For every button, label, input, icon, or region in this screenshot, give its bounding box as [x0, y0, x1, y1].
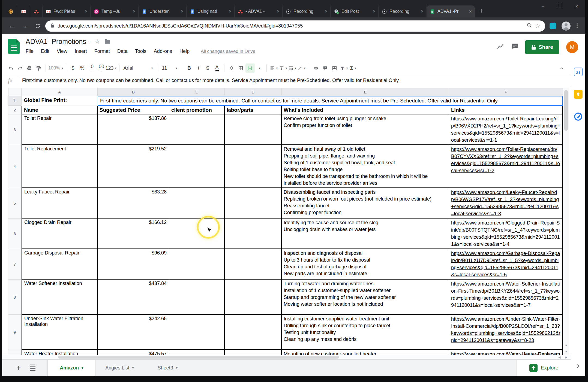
calendar-icon[interactable]: 31	[574, 68, 583, 76]
maximize-button[interactable]	[551, 4, 568, 9]
redo-button[interactable]	[15, 63, 25, 73]
whats-included-cell[interactable]: Installing customer-supplied water treat…	[282, 315, 449, 350]
close-button[interactable]: ×	[568, 4, 585, 9]
profile-avatar[interactable]	[562, 22, 571, 31]
horizontal-scrollbar[interactable]: ◀▶	[2, 355, 571, 359]
pinned-tab-honey-icon[interactable]	[4, 5, 17, 17]
tab-close-icon[interactable]: ×	[181, 9, 184, 14]
amazon-link-cell[interactable]: https://www.amazon.com/Toilet-Replacemen…	[449, 145, 563, 188]
fill-color-button[interactable]	[227, 63, 236, 73]
format-currency-button[interactable]: $	[68, 63, 78, 73]
amazon-link-cell[interactable]: https://www.amazon.com/Under-Sink-Water-…	[449, 315, 563, 350]
row-header-7[interactable]: 7	[8, 249, 22, 280]
client-promotion-cell[interactable]	[169, 280, 225, 315]
suggested-price-cell[interactable]: $437.84	[98, 280, 169, 315]
text-wrap-button[interactable]: ▾	[288, 63, 297, 73]
pinned-tab-gmail-icon[interactable]	[17, 5, 30, 17]
labor-parts-cell[interactable]	[225, 145, 282, 188]
sheet-tab-angies-list[interactable]: Angies List▾	[95, 360, 143, 376]
horizontal-align-button[interactable]: ▾	[269, 63, 278, 73]
whats-included-cell[interactable]: Mounting of new customer-supplied heater…	[282, 350, 449, 355]
sheet-tab-amazon[interactable]: Amazon▾	[47, 360, 95, 376]
browser-tab-9[interactable]: ADVA1 -Pr×	[427, 5, 475, 17]
browser-menu-icon[interactable]	[573, 23, 581, 28]
suggested-price-cell[interactable]: $63.28	[98, 188, 169, 219]
amazon-link-cell[interactable]: https://www.amazon.com/Toilet-Repair-Lea…	[449, 114, 563, 145]
browser-tab-8[interactable]: Recording×	[379, 5, 427, 17]
column-header-c[interactable]: C	[169, 88, 225, 96]
tab-close-icon[interactable]: ×	[277, 9, 280, 14]
menu-addons[interactable]: Add-ons	[154, 48, 172, 54]
minimize-button[interactable]: –	[535, 4, 551, 9]
scroll-right-icon[interactable]: ▶	[565, 356, 567, 359]
borders-button[interactable]	[236, 63, 245, 73]
format-percent-button[interactable]: %	[78, 63, 87, 73]
tab-close-icon[interactable]: ×	[373, 9, 376, 14]
save-status[interactable]: All changes saved in Drive	[201, 49, 255, 54]
insert-link-button[interactable]	[311, 63, 321, 73]
vertical-scrollbar-thumb[interactable]	[564, 90, 568, 131]
sheet-tab-menu-icon[interactable]: ▾	[176, 366, 178, 370]
scroll-up-icon[interactable]: ▲	[565, 343, 568, 347]
menu-edit[interactable]: Edit	[41, 48, 49, 54]
menu-file[interactable]: File	[26, 48, 34, 54]
insert-chart-button[interactable]	[330, 63, 339, 73]
browser-tab-5[interactable]: • ADVA1 -×	[235, 5, 283, 17]
labor-parts-cell[interactable]	[225, 114, 282, 145]
labor-parts-cell[interactable]	[225, 350, 282, 355]
whats-included-cell[interactable]: Remove clog from toilet using plunger or…	[282, 114, 449, 145]
filter-button[interactable]: ▾	[339, 63, 349, 73]
row-header-3[interactable]: 3	[8, 114, 22, 145]
column-header-f[interactable]: F	[449, 88, 563, 96]
suggested-price-cell[interactable]: $137.86	[98, 114, 169, 145]
zoom-select[interactable]: 100%▾	[48, 63, 63, 73]
font-select[interactable]: Arial▾	[122, 65, 155, 71]
sheet-tab-menu-icon[interactable]: ▾	[82, 366, 83, 370]
tab-close-icon[interactable]: ×	[421, 9, 424, 14]
star-document-icon[interactable]: ☆	[95, 38, 100, 45]
menu-insert[interactable]: Insert	[75, 48, 87, 54]
reload-button[interactable]	[32, 20, 43, 31]
browser-tab-3[interactable]: Understan×	[139, 5, 187, 17]
suggested-price-cell[interactable]: $219.52	[98, 145, 169, 188]
client-promotion-cell[interactable]	[169, 188, 225, 219]
explore-button[interactable]: Explore	[516, 360, 571, 376]
column-header-a[interactable]: A	[22, 88, 98, 96]
suggested-price-cell[interactable]: $242.65	[98, 315, 169, 350]
forward-button[interactable]: →	[19, 20, 30, 31]
zoom-page-icon[interactable]	[527, 23, 532, 29]
labor-parts-cell[interactable]	[225, 315, 282, 350]
row-header-5[interactable]: 5	[8, 188, 22, 219]
row-header-4[interactable]: 4	[8, 145, 22, 188]
whats-included-cell[interactable]: Removal and haul away of 1 old toiletPre…	[282, 145, 449, 188]
amazon-link-cell[interactable]: https://www.amazon.com/Water-Softener-In…	[449, 280, 563, 315]
service-name-cell[interactable]: Leaky Faucet Repair	[22, 188, 98, 219]
text-rotation-button[interactable]: ▾	[297, 63, 306, 73]
selected-cell-b1-f1[interactable]: First-time customers only. No two coupon…	[98, 96, 563, 106]
whats-included-cell[interactable]: Disassembling faucet and inspecting part…	[282, 188, 449, 219]
account-avatar[interactable]: M	[566, 41, 578, 53]
client-promotion-cell[interactable]	[169, 350, 225, 355]
vertical-align-button[interactable]: ▾	[278, 63, 288, 73]
keep-icon[interactable]	[574, 90, 583, 99]
service-name-cell[interactable]: Under-Sink Water Filtration Installation	[22, 315, 98, 350]
header-cell-name[interactable]: Name	[22, 106, 98, 114]
font-size-select[interactable]: 11▾	[160, 65, 179, 71]
header-cell-client-promotion[interactable]: client promotion	[169, 106, 225, 114]
back-button[interactable]: ←	[6, 20, 17, 31]
merge-cells-button[interactable]	[245, 63, 255, 73]
move-folder-icon[interactable]	[104, 39, 110, 45]
document-title[interactable]: ADVA1 -Promotions -	[26, 38, 90, 46]
number-format-button[interactable]: 123▾	[106, 63, 117, 73]
sheet-tab-menu-icon[interactable]: ▾	[132, 366, 134, 370]
suggested-price-cell[interactable]: $166.12	[98, 219, 169, 249]
amazon-link-cell[interactable]: https://www.amazon.com/Water-Heater-Repl…	[449, 350, 563, 355]
pinned-tab-asana-icon[interactable]	[30, 5, 43, 17]
row-header-6[interactable]: 6	[8, 219, 22, 249]
labor-parts-cell[interactable]	[225, 188, 282, 219]
tab-close-icon[interactable]: ×	[85, 9, 88, 14]
strikethrough-button[interactable]: S	[203, 63, 212, 73]
bold-button[interactable]: B	[185, 63, 194, 73]
extension-icon[interactable]	[550, 23, 556, 29]
menu-tools[interactable]: Tools	[135, 48, 146, 54]
